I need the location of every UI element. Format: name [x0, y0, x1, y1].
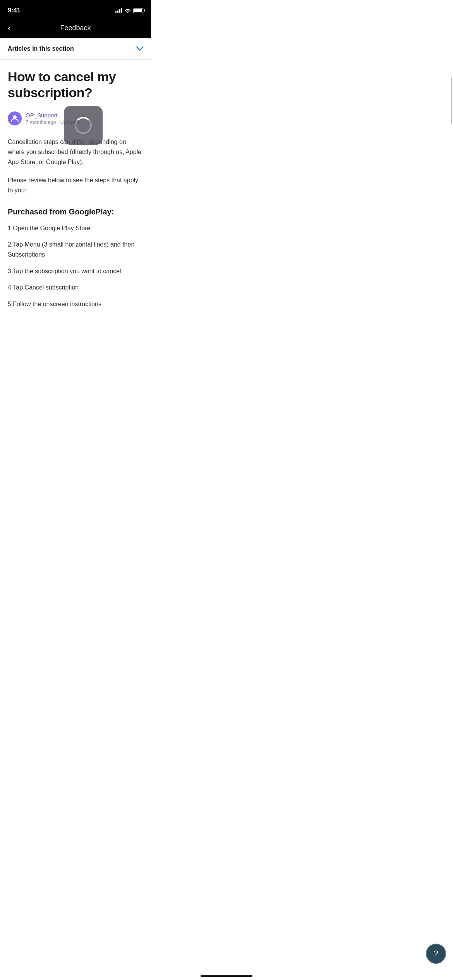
main-content: How to cancel my subscription? OP_Suppor…: [0, 60, 151, 325]
step-5: 5.Follow the onscreen instructions: [8, 299, 143, 309]
status-icons: [115, 8, 143, 13]
wifi-icon: [125, 8, 131, 13]
articles-section[interactable]: Articles in this section: [0, 38, 151, 60]
nav-header: ‹ Feedback: [0, 19, 151, 38]
battery-icon: [133, 8, 143, 13]
step-1: 1.Open the Google Play Store: [8, 223, 143, 233]
avatar: [8, 111, 22, 125]
page-title: Feedback: [60, 24, 91, 32]
step-2: 2.Tap Menu (3 small horizontal lines) an…: [8, 240, 143, 260]
loading-overlay: [64, 106, 103, 145]
status-bar: 9:41: [0, 0, 151, 19]
step-4: 4.Tap Cancel subscription: [8, 283, 143, 293]
articles-label: Articles in this section: [8, 45, 74, 52]
signal-icon: [115, 8, 122, 13]
spinner: [75, 117, 92, 134]
chevron-down-icon: [136, 46, 143, 51]
intro-paragraph-2: Please review below to see the steps tha…: [8, 175, 143, 196]
back-button[interactable]: ‹: [8, 24, 10, 33]
status-time: 9:41: [8, 7, 21, 14]
article-title: How to cancel my subscription?: [8, 69, 143, 101]
step-3: 3.Tap the subscription you want to cance…: [8, 266, 143, 276]
googleplay-heading: Purchased from GooglePlay:: [8, 207, 143, 216]
